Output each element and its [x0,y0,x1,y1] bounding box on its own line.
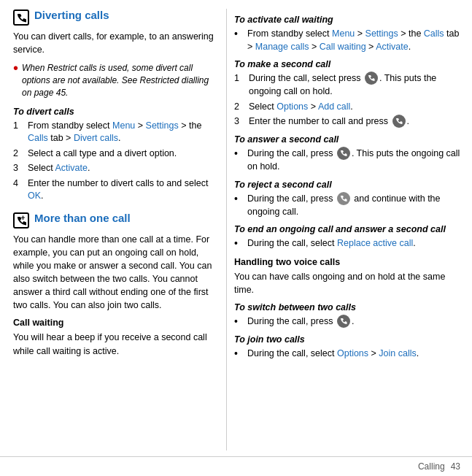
step-4-text: Enter the number to divert calls to and … [28,177,214,203]
more-than-one-call-section: More than one call You can handle more t… [13,212,214,358]
step-2-text: Select a call type and a divert option. [28,147,177,161]
reject-second-subheading: To reject a second call [234,180,460,190]
more-calls-icon [13,212,29,229]
make-second-subheading: To make a second call [234,59,460,69]
end-answer-subheading: To end an ongoing call and answer a seco… [234,224,460,234]
diverting-calls-intro: You can divert calls, for example, to an… [13,30,214,56]
step-1-text: From standby select Menu > Settings > th… [28,120,214,145]
options-link-r1[interactable]: Options [276,101,308,112]
switch-text: During the call, press . [247,315,354,329]
bullet-dot-1: • [234,27,244,42]
answer-second-bullet: • During the call, press . This puts the… [234,147,460,174]
settings-link-r1[interactable]: Settings [365,28,398,39]
make-step-3: 3 Enter the number to call and press . [234,115,460,128]
step-4: 4 Enter the number to divert calls to an… [13,177,214,203]
left-column: Diverting calls You can divert calls, fo… [0,9,226,450]
switch-bullet: • During the call, press . [234,315,460,329]
settings-link-1[interactable]: Settings [146,120,179,131]
reject-second-text: During the call, press and continue with… [247,193,460,219]
calls-tab-link[interactable]: Calls [28,133,48,143]
make-step-1-text: During the call, select press . This put… [249,72,460,99]
page-footer: Calling 43 [0,456,472,476]
bullet-dot-5: • [234,315,244,329]
make-step-3-num: 3 [234,115,246,128]
handling-heading: Handling two voice calls [234,257,460,267]
make-step-1-num: 1 [234,72,246,85]
call-waiting-heading: Call waiting [13,318,214,328]
handling-text: You can have calls ongoing and on hold a… [234,270,460,296]
join-bullet: • During the call, select Options > Join… [234,348,460,361]
step-1: 1 From standby select Menu > Settings > … [13,120,214,145]
make-second-steps: 1 During the call, select press . This p… [234,72,460,128]
footer-label: Calling [418,461,445,472]
make-step-1: 1 During the call, select press . This p… [234,72,460,99]
make-step-2-text: Select Options > Add call. [249,101,353,114]
reject-second-bullet: • During the call, press and continue wi… [234,193,460,219]
step-2-num: 2 [13,147,25,161]
step-3-num: 3 [13,162,25,175]
phone-icon-5 [337,315,350,328]
join-calls-link[interactable]: Join calls [379,348,416,358]
menu-link-r1[interactable]: Menu [332,28,355,39]
more-calls-header: More than one call [13,212,214,229]
activate-waiting-bullet: • From standby select Menu > Settings > … [234,28,460,53]
ok-link[interactable]: OK [28,191,41,201]
page-container: Diverting calls You can divert calls, fo… [0,0,472,476]
step-2: 2 Select a call type and a divert option… [13,147,214,161]
divert-steps: 1 From standby select Menu > Settings > … [13,120,214,203]
divert-calls-icon [13,9,29,26]
warning-dot: • [13,61,18,75]
step-1-num: 1 [13,120,25,133]
phone-icon-4 [337,192,350,205]
activate-waiting-subheading: To activate call waiting [234,15,460,25]
options-link-r2[interactable]: Options [337,348,368,358]
more-calls-title: More than one call [34,212,131,225]
manage-calls-link[interactable]: Manage calls [255,42,309,52]
bullet-dot-4: • [234,237,244,251]
join-subheading: To join two calls [234,334,460,345]
divert-calls-link[interactable]: Divert calls [74,133,118,143]
make-step-3-text: Enter the number to call and press . [249,115,409,128]
replace-active-link[interactable]: Replace active call [337,238,413,248]
activate-link-r1[interactable]: Activate [376,42,408,52]
diverting-calls-title: Diverting calls [34,9,109,22]
make-step-2-num: 2 [234,101,246,114]
divert-calls-subheading: To divert calls [13,107,214,117]
step-3: 3 Select Activate. [13,162,214,175]
phone-icon-3 [337,147,350,160]
activate-waiting-text: From standby select Menu > Settings > th… [247,28,460,53]
join-text: During the call, select Options > Join c… [247,348,419,361]
end-answer-bullet: • During the call, select Replace active… [234,237,460,251]
right-column: To activate call waiting • From standby … [226,9,472,450]
add-call-link[interactable]: Add call [318,101,350,112]
end-answer-text: During the call, select Replace active c… [247,237,416,250]
step-3-text: Select Activate. [28,162,90,175]
warning-box: • When Restrict calls is used, some dive… [13,62,214,99]
activate-link-1[interactable]: Activate [55,163,88,173]
switch-subheading: To switch between two calls [234,302,460,312]
answer-second-text: During the call, press . This puts the o… [247,147,460,174]
make-step-2: 2 Select Options > Add call. [234,101,460,114]
phone-icon-1 [365,72,378,85]
calls-link-r1[interactable]: Calls [424,28,444,39]
step-4-num: 4 [13,177,25,191]
warning-text: When Restrict calls is used, some divert… [22,62,214,99]
call-waiting-link[interactable]: Call waiting [320,42,366,52]
bullet-dot-2: • [234,147,244,161]
bullet-dot-6: • [234,347,244,361]
menu-link-1[interactable]: Menu [112,120,135,131]
phone-icon-2 [392,115,406,128]
diverting-calls-header: Diverting calls [13,9,214,26]
answer-second-subheading: To answer a second call [234,134,460,145]
call-waiting-text: You will hear a beep if you receive a se… [13,331,214,357]
two-column-layout: Diverting calls You can divert calls, fo… [0,9,472,450]
footer-page: 43 [451,461,460,472]
bullet-dot-3: • [234,192,244,207]
more-calls-intro: You can handle more than one call at a t… [13,233,214,312]
